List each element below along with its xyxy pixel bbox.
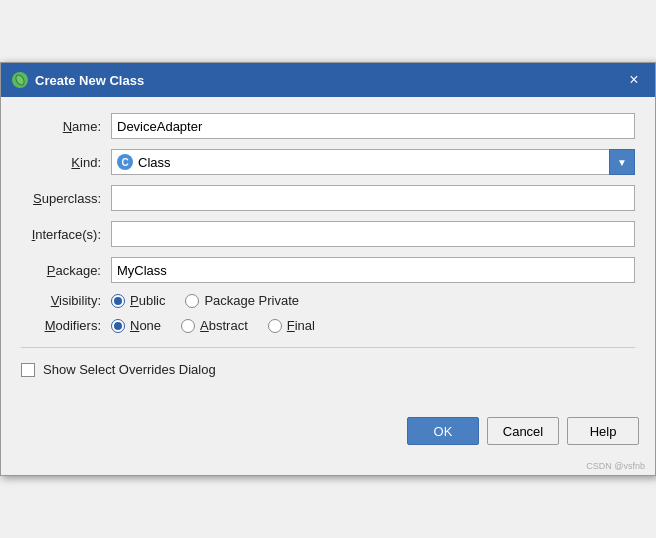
- superclass-input[interactable]: [111, 185, 635, 211]
- button-row: OK Cancel Help: [1, 407, 655, 461]
- overrides-checkbox[interactable]: [21, 363, 35, 377]
- visibility-public-radio[interactable]: [111, 294, 125, 308]
- superclass-row: Superclass:: [21, 185, 635, 211]
- kind-label: Kind:: [21, 155, 111, 170]
- create-new-class-dialog: Create New Class × Name: Kind: C Cla: [0, 62, 656, 476]
- visibility-package-private-option[interactable]: Package Private: [185, 293, 299, 308]
- modifiers-label: Modifiers:: [21, 318, 111, 333]
- interfaces-label: Interface(s):: [21, 227, 111, 242]
- modifier-final-label: Final: [287, 318, 315, 333]
- dialog-title: Create New Class: [35, 73, 144, 88]
- overrides-checkbox-row: Show Select Overrides Dialog: [21, 362, 635, 377]
- modifier-abstract-radio[interactable]: [181, 319, 195, 333]
- visibility-row: Visibility: Public Package Private: [21, 293, 635, 308]
- help-button[interactable]: Help: [567, 417, 639, 445]
- name-row: Name:: [21, 113, 635, 139]
- modifier-abstract-option[interactable]: Abstract: [181, 318, 248, 333]
- interfaces-field-wrapper: [111, 221, 635, 247]
- ok-button[interactable]: OK: [407, 417, 479, 445]
- overrides-checkbox-label: Show Select Overrides Dialog: [43, 362, 216, 377]
- title-bar-left: Create New Class: [11, 71, 144, 89]
- visibility-public-option[interactable]: Public: [111, 293, 165, 308]
- visibility-package-private-radio[interactable]: [185, 294, 199, 308]
- close-button[interactable]: ×: [623, 69, 645, 91]
- name-label: Name:: [21, 119, 111, 134]
- title-bar: Create New Class ×: [1, 63, 655, 97]
- separator: [21, 347, 635, 348]
- modifier-none-label: None: [130, 318, 161, 333]
- interfaces-row: Interface(s):: [21, 221, 635, 247]
- dialog-body: Name: Kind: C Class: [1, 97, 655, 407]
- modifier-final-radio[interactable]: [268, 319, 282, 333]
- package-label: Package:: [21, 263, 111, 278]
- modifier-abstract-label: Abstract: [200, 318, 248, 333]
- kind-select-wrapper: C Class: [111, 149, 635, 175]
- kind-row: Kind: C Class: [21, 149, 635, 175]
- modifier-none-radio[interactable]: [111, 319, 125, 333]
- package-input[interactable]: [111, 257, 635, 283]
- name-field-wrapper: [111, 113, 635, 139]
- modifier-final-option[interactable]: Final: [268, 318, 315, 333]
- kind-field-wrapper: C Class: [111, 149, 635, 175]
- modifier-none-option[interactable]: None: [111, 318, 161, 333]
- kind-value-label: Class: [138, 155, 171, 170]
- superclass-label: Superclass:: [21, 191, 111, 206]
- kind-icon: C: [117, 154, 133, 170]
- watermark: CSDN @vsfnb: [1, 461, 655, 475]
- modifiers-row: Modifiers: None Abstract Final: [21, 318, 635, 333]
- visibility-public-label: Public: [130, 293, 165, 308]
- superclass-field-wrapper: [111, 185, 635, 211]
- visibility-label: Visibility:: [21, 293, 111, 308]
- visibility-options: Public Package Private: [111, 293, 635, 308]
- kind-display[interactable]: C Class: [111, 149, 635, 175]
- name-input[interactable]: [111, 113, 635, 139]
- cancel-button[interactable]: Cancel: [487, 417, 559, 445]
- package-row: Package:: [21, 257, 635, 283]
- package-field-wrapper: [111, 257, 635, 283]
- interfaces-input[interactable]: [111, 221, 635, 247]
- modifiers-options: None Abstract Final: [111, 318, 635, 333]
- app-icon: [11, 71, 29, 89]
- visibility-package-private-label: Package Private: [204, 293, 299, 308]
